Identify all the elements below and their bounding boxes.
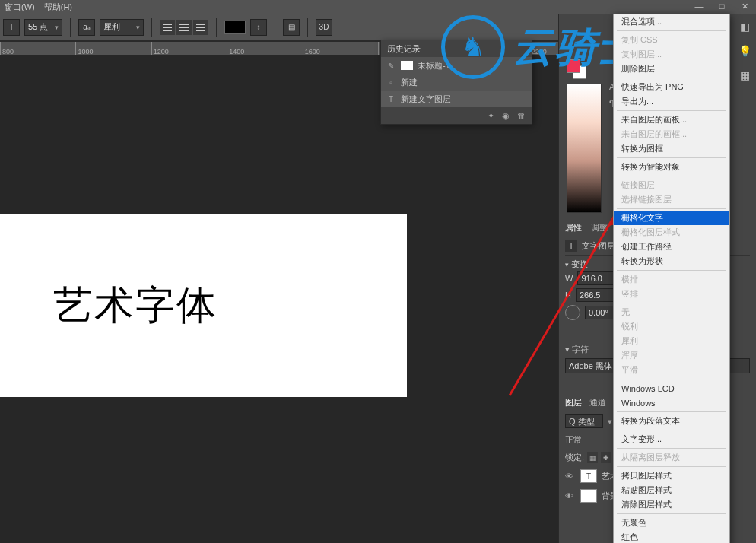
menu-item: 平滑: [614, 363, 729, 377]
warp-text-button[interactable]: ↕: [250, 19, 267, 36]
type-layer-icon: T: [565, 240, 577, 252]
history-panel: 历史记录 ✎ 未标题-1 ▫ 新建 T 新建文字图层 ✦ ◉ 🗑: [380, 40, 532, 125]
align-center-button[interactable]: [176, 20, 192, 35]
menu-item[interactable]: 无颜色: [614, 516, 729, 530]
menu-item: 浑厚: [614, 348, 729, 363]
menu-item[interactable]: 拷贝图层样式: [614, 468, 729, 483]
menu-item[interactable]: Windows: [614, 395, 729, 410]
minimize-button[interactable]: —: [688, 0, 710, 12]
menu-item: 来自图层的画框...: [614, 127, 729, 141]
menu-item: 复制 CSS: [614, 33, 729, 47]
ruler-tick: 1600: [303, 42, 378, 55]
menu-item[interactable]: 转换为段落文本: [614, 414, 729, 428]
blend-mode-dropdown[interactable]: 正常: [565, 434, 582, 446]
threed-button[interactable]: 3D: [316, 19, 332, 36]
text-align-group: [160, 20, 208, 35]
menu-item[interactable]: 导出为...: [614, 94, 729, 109]
ruler-tick: 1000: [75, 42, 151, 55]
history-document-row[interactable]: ✎ 未标题-1: [381, 57, 532, 74]
menu-item[interactable]: 清除图层样式: [614, 497, 729, 512]
menu-item: 复制图层...: [614, 47, 729, 62]
canvas-area[interactable]: 艺术字体: [0, 55, 558, 543]
close-button[interactable]: ✕: [733, 0, 756, 12]
visibility-icon[interactable]: 👁: [565, 472, 576, 481]
menu-item[interactable]: 来自图层的画板...: [614, 113, 729, 127]
menu-item: 栅格化图层样式: [614, 225, 729, 240]
height-input[interactable]: 266.5: [576, 288, 614, 302]
width-input[interactable]: 916.0: [577, 272, 615, 285]
menu-item[interactable]: 转换为智能对象: [614, 160, 729, 174]
learn-icon[interactable]: ◧: [738, 20, 751, 33]
menu-item[interactable]: 粘贴图层样式: [614, 483, 729, 497]
tab-layers[interactable]: 图层: [565, 397, 582, 408]
menu-separator: [617, 78, 726, 78]
menu-item[interactable]: 红色: [614, 530, 729, 543]
foreground-color[interactable]: [567, 59, 580, 73]
type-tool-preset[interactable]: T: [3, 19, 20, 36]
foreground-background-colors[interactable]: [567, 59, 586, 79]
align-left-button[interactable]: [160, 20, 175, 35]
history-step[interactable]: T 新建文字图层: [381, 90, 532, 107]
history-panel-title[interactable]: 历史记录: [381, 40, 532, 57]
toggle-panels-button[interactable]: ▤: [283, 19, 300, 36]
menu-item: 从隔离图层释放: [614, 450, 729, 465]
snapshot-icon[interactable]: ✦: [488, 111, 494, 121]
menu-window[interactable]: 窗口(W): [5, 2, 35, 13]
menu-item[interactable]: 创建工作路径: [614, 240, 729, 254]
brush-icon: ✎: [386, 60, 396, 71]
history-step-label: 新建文字图层: [401, 94, 451, 105]
menu-item[interactable]: 快速导出为 PNG: [614, 80, 729, 94]
tab-adjustments[interactable]: 调整: [591, 222, 608, 233]
menu-item[interactable]: 转换为图框: [614, 141, 729, 156]
type-icon: T: [386, 94, 396, 104]
tab-properties[interactable]: 属性: [565, 222, 582, 233]
menu-item: 无: [614, 305, 729, 319]
menu-item[interactable]: Windows LCD: [614, 381, 729, 395]
antialias-dropdown[interactable]: 犀利: [100, 19, 144, 36]
menu-separator: [617, 513, 726, 514]
lock-position-icon[interactable]: ✚: [601, 452, 611, 463]
search-icon[interactable]: 💡: [738, 44, 751, 58]
visibility-icon[interactable]: 👁: [565, 491, 576, 500]
menu-item[interactable]: 文字变形...: [614, 432, 729, 446]
menu-item: 犀利: [614, 334, 729, 348]
tab-channels[interactable]: 通道: [589, 397, 606, 408]
history-step-label: 新建: [401, 77, 418, 88]
menu-item: 选择链接图层: [614, 192, 729, 207]
menu-item: 竖排: [614, 287, 729, 301]
layer-thumb-bg: [580, 489, 597, 503]
camera-icon[interactable]: ◉: [502, 111, 510, 121]
angle-icon: [565, 305, 580, 320]
align-right-button[interactable]: [193, 20, 208, 35]
menu-separator: [617, 448, 726, 449]
menu-item[interactable]: 栅格化文字: [614, 211, 729, 225]
menu-separator: [617, 30, 726, 31]
menu-item[interactable]: 转换为形状: [614, 254, 729, 268]
color-gradient-picker[interactable]: [567, 84, 602, 213]
layer-type-label: 文字图层: [582, 240, 615, 252]
menu-separator: [617, 303, 726, 303]
trash-icon[interactable]: 🗑: [517, 111, 526, 120]
menu-separator: [617, 110, 726, 111]
menu-separator: [617, 379, 726, 379]
menu-item[interactable]: 混合选项...: [614, 14, 729, 29]
window-controls: — □ ✕: [688, 0, 756, 12]
document-canvas[interactable]: 艺术字体: [0, 214, 407, 397]
maximize-button[interactable]: □: [710, 0, 733, 12]
text-color-swatch[interactable]: [224, 21, 246, 34]
lock-label: 锁定:: [565, 452, 584, 463]
text-layer-content[interactable]: 艺术字体: [53, 279, 218, 332]
history-doc-name: 未标题-1: [418, 60, 450, 71]
separator: [307, 18, 308, 37]
ruler-tick: 800: [0, 42, 75, 55]
menu-item[interactable]: 删除图层: [614, 62, 729, 76]
filter-type-dropdown[interactable]: Q 类型: [565, 414, 603, 428]
menu-help[interactable]: 帮助(H): [44, 2, 72, 13]
menu-item: 横排: [614, 272, 729, 287]
libraries-icon[interactable]: ▦: [738, 68, 751, 82]
menu-separator: [617, 208, 726, 209]
font-size-dropdown[interactable]: 55 点: [24, 19, 62, 36]
lock-pixels-icon[interactable]: ▦: [587, 452, 598, 463]
history-thumb: [401, 61, 413, 70]
history-step[interactable]: ▫ 新建: [381, 74, 532, 90]
